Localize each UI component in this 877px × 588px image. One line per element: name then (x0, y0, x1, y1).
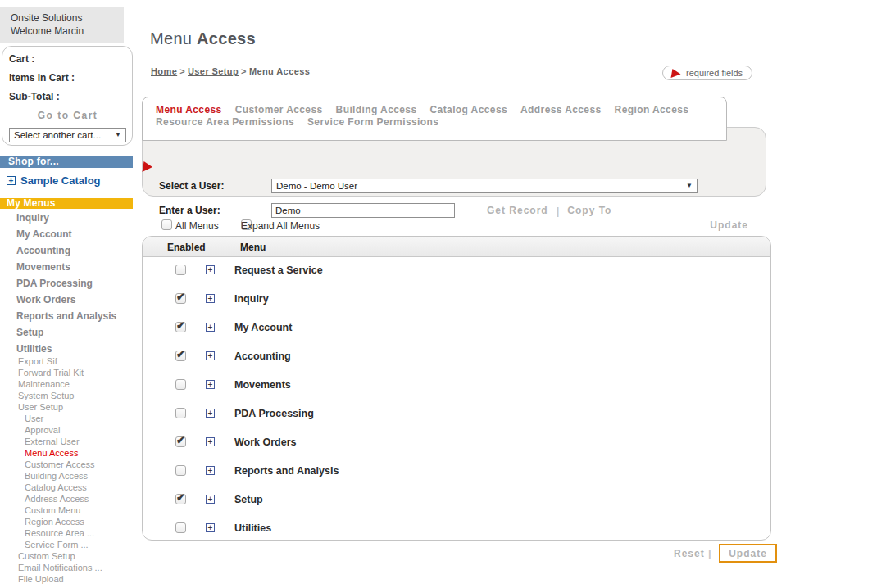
expand-plus-icon[interactable]: + (206, 265, 215, 274)
form-actions: Get Record | Copy To (487, 205, 611, 217)
tab-menu-access[interactable]: Menu Access (156, 104, 222, 116)
enabled-column-header: Enabled (167, 242, 206, 253)
update-button[interactable]: Update (719, 544, 777, 563)
tab-catalog-access[interactable]: Catalog Access (430, 104, 508, 116)
sidebar-subitem-building-access[interactable]: Building Access (0, 470, 138, 482)
breadcrumb-home-link[interactable]: Home (151, 66, 177, 76)
sidebar-subitem-email-notifications[interactable]: Email Notifications ... (0, 562, 138, 573)
expand-plus-icon[interactable]: + (206, 351, 215, 360)
footer-separator: | (708, 547, 711, 559)
all-menus-label: All Menus (175, 220, 219, 232)
expand-plus-icon[interactable]: + (206, 409, 215, 418)
sidebar-subitem-address-access[interactable]: Address Access (0, 493, 138, 504)
shop-for-header: Shop for... (0, 156, 133, 168)
update-link-top[interactable]: Update (710, 219, 748, 231)
expand-plus-icon[interactable]: + (206, 294, 215, 303)
brand-box: Onsite Solutions Welcome Marcin (0, 7, 124, 43)
sidebar-item-work-orders[interactable]: Work Orders (0, 292, 138, 308)
user-input[interactable] (271, 203, 455, 218)
sample-catalog-label: Sample Catalog (20, 174, 101, 187)
menu-enabled-checkbox[interactable] (175, 322, 186, 332)
tab-service-form-permissions[interactable]: Service Form Permissions (307, 116, 438, 129)
menu-enabled-checkbox[interactable] (175, 436, 186, 447)
sidebar-subitem-customer-access[interactable]: Customer Access (0, 459, 138, 470)
welcome-text: Welcome Marcin (11, 25, 124, 38)
sidebar-subitem-maintenance[interactable]: Maintenance (0, 378, 138, 390)
cart-select[interactable]: Select another cart... ▼ (9, 128, 126, 142)
sidebar-item-reports-and-analysis[interactable]: Reports and Analysis (0, 308, 138, 324)
select-user-row: Select a User: Demo - Demo User ▼ (159, 179, 698, 193)
tab-address-access[interactable]: Address Access (520, 104, 602, 116)
menu-enabled-checkbox[interactable] (175, 494, 186, 504)
menu-enabled-checkbox[interactable] (175, 351, 186, 361)
expand-plus-icon[interactable]: + (206, 437, 215, 446)
menu-row-label: Setup (234, 494, 263, 505)
table-row: + Movements (143, 372, 770, 400)
items-in-cart-label: Items in Cart : (9, 72, 126, 84)
tab-resource-area-permissions[interactable]: Resource Area Permissions (156, 116, 294, 129)
sidebar-subitem-service-form[interactable]: Service Form ... (0, 539, 138, 550)
cart-summary-panel: Cart : Items in Cart : Sub-Total : Go to… (2, 46, 133, 146)
get-record-button[interactable]: Get Record (487, 205, 548, 216)
breadcrumb-user-setup-link[interactable]: User Setup (188, 66, 239, 76)
sidebar-subitem-export-sif[interactable]: Export Sif (0, 355, 138, 367)
menu-enabled-checkbox[interactable] (175, 293, 186, 304)
table-row: + Setup (143, 486, 770, 515)
user-select[interactable]: Demo - Demo User ▼ (271, 179, 698, 193)
table-row: + Utilities (143, 515, 770, 541)
expand-all-menus-label: Expand All Menus (241, 220, 320, 232)
sidebar-subitem-region-access[interactable]: Region Access (0, 516, 138, 527)
tab-customer-access[interactable]: Customer Access (235, 104, 323, 116)
all-menus-checkbox[interactable] (161, 219, 172, 230)
select-user-label: Select a User: (159, 180, 271, 192)
sidebar-subitem-system-setup[interactable]: System Setup (0, 390, 138, 401)
sidebar-item-setup[interactable]: Setup (0, 324, 138, 341)
tab-building-access[interactable]: Building Access (336, 104, 417, 116)
sample-catalog-link[interactable]: + Sample Catalog (7, 174, 101, 187)
expand-plus-icon[interactable]: + (206, 323, 215, 332)
sidebar-subitem-catalog-access[interactable]: Catalog Access (0, 482, 138, 493)
menu-enabled-checkbox[interactable] (175, 522, 186, 533)
sidebar-subitem-forward-trial-kit[interactable]: Forward Trial Kit (0, 367, 138, 378)
expand-plus-icon[interactable]: + (206, 523, 215, 532)
sidebar-subitem-approval[interactable]: Approval (0, 424, 138, 436)
menu-enabled-checkbox[interactable] (175, 379, 186, 390)
sidebar-item-my-account[interactable]: My Account (0, 226, 138, 242)
tab-region-access[interactable]: Region Access (615, 104, 689, 116)
chevron-down-icon: ▼ (115, 132, 121, 138)
menu-row-label: Request a Service (234, 265, 323, 276)
sidebar-item-accounting[interactable]: Accounting (0, 242, 138, 259)
sidebar-subitem-external-user[interactable]: External User (0, 436, 138, 447)
sidebar-item-inquiry[interactable]: Inquiry (0, 210, 138, 226)
table-row: + Accounting (143, 343, 770, 372)
breadcrumb-separator: > (177, 66, 188, 76)
expand-plus-icon[interactable]: + (206, 380, 215, 389)
sidebar-item-utilities[interactable]: Utilities (0, 341, 138, 357)
menu-enabled-checkbox[interactable] (175, 465, 186, 476)
sidebar-subitem-custom-setup[interactable]: Custom Setup (0, 550, 138, 562)
sidebar-subitem-file-upload[interactable]: File Upload (0, 573, 138, 585)
my-menus-header: My Menus (0, 198, 133, 209)
expand-plus-icon[interactable]: + (206, 466, 215, 475)
sidebar-subitem-menu-access[interactable]: Menu Access (0, 447, 138, 459)
update-button-label: Update (729, 548, 767, 559)
sidebar-item-pda-processing[interactable]: PDA Processing (0, 275, 138, 292)
menu-enabled-checkbox[interactable] (175, 408, 186, 418)
reset-button[interactable]: Reset (674, 548, 705, 559)
menu-row-label: Accounting (234, 351, 291, 362)
copy-to-button[interactable]: Copy To (567, 205, 611, 216)
sidebar-subitem-user-setup[interactable]: User Setup (0, 401, 138, 413)
sidebar-item-movements[interactable]: Movements (0, 259, 138, 275)
user-select-value: Demo - Demo User (276, 181, 357, 191)
sidebar-subitem-user[interactable]: User (0, 413, 138, 424)
go-to-cart-link[interactable]: Go to Cart (9, 110, 126, 121)
expand-plus-icon[interactable]: + (206, 495, 215, 504)
expand-plus-icon[interactable]: + (7, 176, 16, 185)
sidebar-subitem-custom-menu[interactable]: Custom Menu (0, 504, 138, 516)
enter-user-label: Enter a User: (159, 205, 271, 216)
required-flag-icon (142, 161, 153, 172)
sidebar-subitem-resource-area[interactable]: Resource Area ... (0, 527, 138, 539)
sidebar-main-menu: Inquiry My Account Accounting Movements … (0, 210, 138, 357)
menu-enabled-checkbox[interactable] (175, 265, 186, 275)
table-row: + Reports and Analysis (143, 458, 770, 486)
